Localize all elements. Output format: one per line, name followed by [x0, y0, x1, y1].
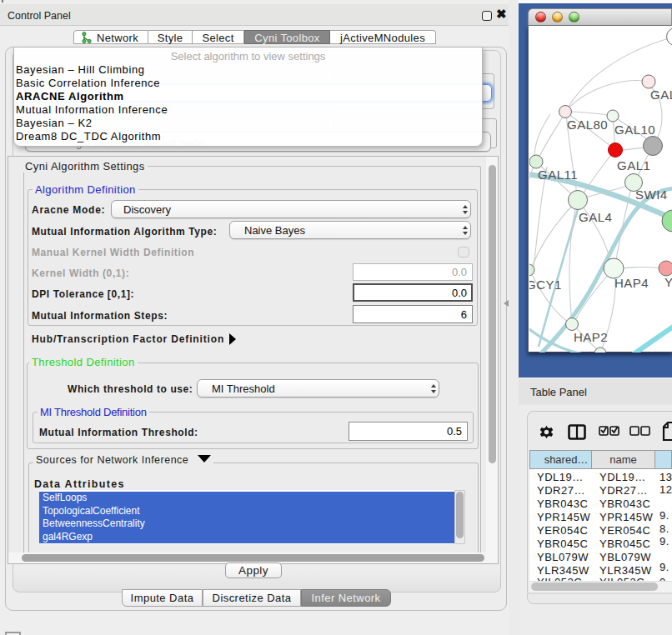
svg-text:GAL4: GAL4	[579, 210, 612, 224]
svg-text:GAL1: GAL1	[617, 158, 650, 172]
svg-text:SWI4: SWI4	[635, 188, 668, 202]
svg-text:Y: Y	[664, 275, 672, 289]
svg-text:HAP2: HAP2	[574, 330, 608, 344]
svg-text:GAL10: GAL10	[614, 122, 655, 137]
svg-text:HAP4: HAP4	[614, 276, 649, 290]
svg-text:GAL80: GAL80	[567, 118, 608, 132]
svg-text:GAL11: GAL11	[538, 168, 578, 182]
svg-text:GCY1: GCY1	[529, 278, 562, 292]
svg-text:GAL7: GAL7	[650, 88, 672, 102]
